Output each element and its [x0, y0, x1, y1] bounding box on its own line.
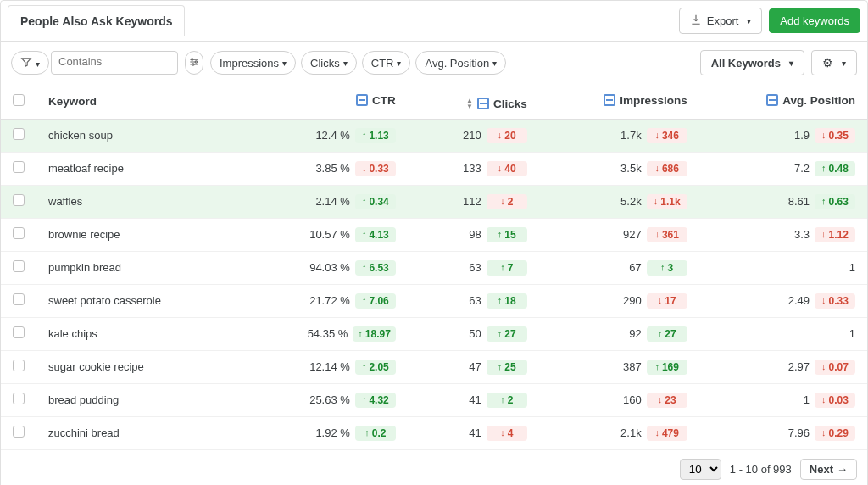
- cell-impressions: 3.5k: [620, 162, 642, 175]
- col-impressions-label: Impressions: [620, 94, 687, 107]
- sort-settings-button[interactable]: [185, 51, 203, 75]
- add-keywords-button[interactable]: Add keywords: [769, 8, 860, 33]
- arrow-up-icon: ↑: [658, 329, 663, 338]
- filter-button[interactable]: [11, 51, 49, 75]
- cell-impressions: 2.1k: [620, 426, 642, 439]
- row-checkbox[interactable]: [13, 161, 25, 173]
- tab-paa-keywords[interactable]: People Also Ask Keywords: [8, 5, 185, 36]
- delta-badge: ↑169: [647, 360, 687, 375]
- row-checkbox[interactable]: [13, 293, 25, 305]
- cell-clicks: 112: [463, 195, 481, 208]
- cell-clicks: 133: [463, 162, 481, 175]
- delta-badge: ↑27: [487, 326, 527, 342]
- delta-badge: ↑4.13: [355, 227, 396, 242]
- arrow-up-icon: ↑: [358, 329, 363, 338]
- cell-keyword: sweet potato casserole: [36, 284, 240, 317]
- cell-impressions: 1.7k: [620, 129, 642, 142]
- cell-avgpos: 1: [804, 393, 810, 406]
- row-checkbox[interactable]: [13, 227, 25, 239]
- keywords-table: Keyword CTR ▲▼Clicks Impressions Avg. Po…: [1, 84, 867, 450]
- cell-clicks: 63: [469, 261, 481, 274]
- arrow-down-icon: ↓: [654, 164, 659, 173]
- col-ctr[interactable]: CTR: [240, 84, 407, 119]
- row-checkbox[interactable]: [13, 360, 25, 371]
- row-checkbox[interactable]: [13, 194, 25, 206]
- arrow-down-icon: ↓: [498, 164, 503, 173]
- export-button[interactable]: Export: [679, 8, 763, 34]
- arrow-up-icon: ↑: [498, 362, 503, 371]
- row-checkbox[interactable]: [13, 260, 25, 272]
- delta-badge: ↓0.29: [815, 426, 855, 441]
- table-row[interactable]: waffles2.14 %↑0.34112↓25.2k↓1.1k8.61↑0.6…: [1, 185, 867, 218]
- chip-ctr[interactable]: CTR: [362, 51, 411, 75]
- arrow-up-icon: ↑: [500, 263, 505, 272]
- cell-impressions: 927: [623, 228, 642, 241]
- cell-ctr: 1.92 %: [315, 426, 349, 439]
- pagination: 10 1 - 10 of 993 Next →: [1, 450, 867, 486]
- arrow-down-icon: ↓: [821, 362, 826, 371]
- arrow-up-icon: ↑: [362, 197, 367, 206]
- delta-badge: ↓346: [647, 128, 687, 143]
- export-label: Export: [707, 14, 739, 27]
- table-row[interactable]: pumpkin bread94.03 %↑6.5363↑767↑31: [1, 251, 867, 284]
- select-all-checkbox[interactable]: [13, 94, 25, 106]
- delta-badge: ↑7: [487, 260, 527, 276]
- table-row[interactable]: meatloaf recipe3.85 %↓0.33133↓403.5k↓686…: [1, 152, 867, 185]
- contains-input-wrap[interactable]: [51, 51, 178, 75]
- table-row[interactable]: sweet potato casserole21.72 %↑7.0663↑182…: [1, 284, 867, 317]
- next-button[interactable]: Next →: [800, 459, 857, 480]
- arrow-down-icon: ↓: [654, 131, 659, 140]
- arrow-down-icon: ↓: [654, 197, 659, 206]
- arrow-down-icon: ↓: [658, 296, 663, 305]
- table-row[interactable]: sugar cookie recipe12.14 %↑2.0547↑25387↑…: [1, 350, 867, 383]
- cell-keyword: kale chips: [36, 317, 240, 350]
- pagesize-select[interactable]: 10: [680, 459, 721, 480]
- delta-badge: ↓20: [487, 128, 527, 143]
- chip-avgposition[interactable]: Avg. Position: [415, 51, 506, 75]
- cell-ctr: 94.03 %: [309, 261, 350, 274]
- arrow-down-icon: ↓: [821, 395, 826, 404]
- row-checkbox[interactable]: [13, 393, 25, 404]
- all-keywords-dropdown[interactable]: All Keywords: [700, 50, 804, 75]
- row-checkbox[interactable]: [13, 426, 25, 438]
- col-impressions[interactable]: Impressions: [539, 84, 699, 119]
- cell-avgpos: 2.49: [788, 294, 810, 307]
- col-avgpos-label: Avg. Position: [782, 94, 855, 107]
- arrow-right-icon: →: [837, 463, 848, 476]
- table-row[interactable]: chicken soup12.4 %↑1.13210↓201.7k↓3461.9…: [1, 119, 867, 152]
- table-row[interactable]: bread pudding25.63 %↑4.3241↑2160↓231↓0.0…: [1, 383, 867, 416]
- chip-impressions[interactable]: Impressions: [210, 51, 296, 75]
- row-checkbox[interactable]: [13, 326, 25, 338]
- topbar: People Also Ask Keywords Export Add keyw…: [1, 1, 867, 42]
- delta-badge: ↑0.48: [815, 161, 855, 176]
- cell-keyword: chicken soup: [36, 119, 240, 152]
- settings-button[interactable]: ⚙: [811, 50, 857, 75]
- arrow-up-icon: ↑: [498, 296, 503, 305]
- arrow-down-icon: ↓: [654, 428, 659, 438]
- svg-point-1: [195, 60, 197, 62]
- table-row[interactable]: kale chips54.35 %↑18.9750↑2792↑271: [1, 317, 867, 350]
- delta-badge: ↑18: [487, 293, 527, 309]
- row-checkbox[interactable]: [13, 128, 25, 140]
- chip-clicks[interactable]: Clicks: [301, 51, 357, 75]
- col-keyword[interactable]: Keyword: [36, 84, 240, 119]
- contains-input[interactable]: [58, 55, 170, 68]
- delta-badge: ↓40: [487, 161, 527, 176]
- arrow-up-icon: ↑: [362, 395, 367, 404]
- cell-ctr: 25.63 %: [309, 393, 350, 406]
- next-label: Next: [810, 463, 833, 476]
- cell-ctr: 10.57 %: [309, 228, 350, 241]
- cell-ctr: 21.72 %: [309, 294, 350, 307]
- cell-avgpos: 1.9: [794, 129, 810, 142]
- col-avgpos[interactable]: Avg. Position: [699, 84, 867, 119]
- col-clicks[interactable]: ▲▼Clicks: [408, 84, 539, 119]
- page-range: 1 - 10 of 993: [730, 463, 792, 476]
- table-row[interactable]: brownie recipe10.57 %↑4.1398↑15927↓3613.…: [1, 218, 867, 251]
- chevron-down-icon: [32, 57, 40, 70]
- delta-badge: ↓0.03: [815, 393, 855, 408]
- cell-keyword: pumpkin bread: [36, 251, 240, 284]
- delta-badge: ↓0.07: [815, 360, 855, 375]
- arrow-down-icon: ↓: [821, 230, 826, 239]
- arrow-down-icon: ↓: [498, 131, 503, 140]
- table-row[interactable]: zucchini bread1.92 %↑0.241↓42.1k↓4797.96…: [1, 416, 867, 449]
